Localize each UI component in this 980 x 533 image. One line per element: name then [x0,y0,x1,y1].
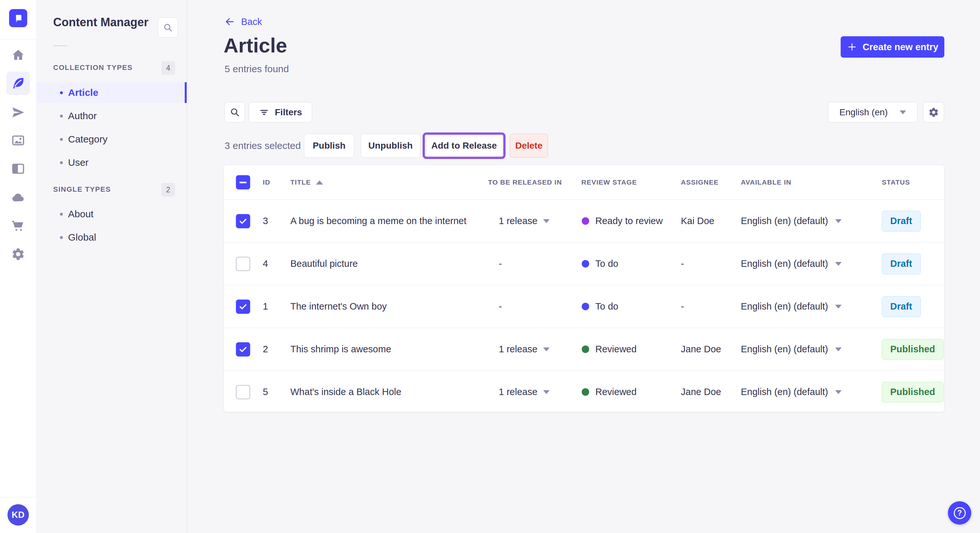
selection-summary: 3 entries selected [224,134,301,158]
stage-dot-icon [582,260,589,268]
rail-item-content-manager[interactable] [6,71,30,95]
filters-button[interactable]: Filters [249,102,312,122]
rail-item-releases[interactable] [6,101,30,124]
checkbox-cell [224,385,259,399]
cell-assignee: Jane Doe [678,344,736,355]
release-value: 1 release [499,216,537,226]
workspace-logo[interactable] [9,9,27,27]
bullet-icon [60,91,63,94]
gear-icon [11,247,25,261]
sidebar-item-global[interactable]: Global [37,227,187,248]
column-header-available: AVAILABLE IN [736,178,875,186]
bullet-icon [60,213,63,216]
row-checkbox[interactable] [236,385,250,399]
cell-title: A bug is becoming a meme on the internet [290,216,488,226]
chevron-down-icon [900,110,906,114]
row-checkbox[interactable] [236,300,250,314]
cell-available-in[interactable]: English (en) (default) [736,387,875,397]
back-link[interactable]: Back [224,16,262,27]
row-checkbox[interactable] [236,257,250,271]
view-settings-button[interactable] [923,102,944,122]
cell-available-in[interactable]: English (en) (default) [736,216,875,226]
chevron-down-icon [543,347,550,351]
rail-item-settings[interactable] [6,243,30,266]
row-checkbox[interactable] [236,342,250,357]
rail-item-marketplace[interactable] [6,214,30,237]
sidebar-item-about[interactable]: About [37,204,187,224]
sidebar-item-article[interactable]: Article [37,82,187,103]
sidebar-item-category[interactable]: Category [37,129,187,150]
search-icon [229,107,240,117]
table-row[interactable]: 2 This shrimp is awesome 1 release Revie… [224,328,944,371]
user-avatar[interactable]: KD [8,504,29,525]
cell-status: Draft [875,254,944,274]
sidebar-item-label: User [68,157,89,168]
cell-release[interactable]: 1 release [488,344,581,355]
locale-select[interactable]: English (en) [828,102,918,122]
back-label: Back [241,16,262,27]
bullet-icon [60,115,63,117]
publish-button[interactable]: Publish [304,134,354,158]
create-new-entry-button[interactable]: Create new entry [841,36,944,58]
sidebar-search-button[interactable] [158,17,178,38]
add-to-release-button[interactable]: Add to Release [426,136,502,156]
cell-release[interactable]: 1 release [488,216,581,226]
checkbox-cell [224,342,259,357]
page-title: Article [224,34,287,57]
gear-icon [928,107,939,118]
filters-label: Filters [275,107,302,117]
stage-label: To do [595,301,618,312]
available-value: English (en) (default) [741,259,828,269]
cell-assignee: - [678,301,736,312]
cloud-icon [11,190,25,205]
cell-available-in[interactable]: English (en) (default) [736,344,875,355]
table-row[interactable]: 3 A bug is becoming a meme on the intern… [224,200,944,243]
plus-icon [847,42,857,52]
stage-dot-icon [582,217,589,225]
chevron-down-icon [835,347,842,351]
rail-item-deploy[interactable] [6,186,30,209]
cell-id: 1 [259,301,290,312]
rail-item-home[interactable] [6,43,30,67]
cell-release: - [488,259,581,269]
check-icon [238,344,248,354]
rail-item-content-type-builder[interactable] [6,157,30,180]
cell-assignee: - [678,259,736,269]
cell-available-in[interactable]: English (en) (default) [736,259,875,269]
strapi-logo-icon [12,12,25,25]
cell-review-stage: Ready to review [581,216,678,226]
table-search-button[interactable] [224,102,245,122]
indeterminate-icon [240,182,247,183]
single-types-count-badge: 2 [161,183,175,197]
table-row[interactable]: 1 The internet's Own boy - To do - Engli… [224,285,944,328]
release-value: 1 release [499,387,537,397]
release-value: - [499,301,502,312]
sort-ascending-icon [316,180,323,185]
search-icon [163,22,173,33]
table-row[interactable]: 4 Beautiful picture - To do - English (e… [224,243,944,285]
cell-id: 5 [259,387,290,397]
status-badge: Published [882,339,944,360]
delete-button[interactable]: Delete [510,134,548,158]
sidebar-item-label: Category [68,134,108,145]
unpublish-button[interactable]: Unpublish [361,134,420,158]
cell-title: This shrimp is awesome [290,344,488,355]
column-header-release: TO BE RELEASED IN [488,178,581,186]
help-button[interactable]: ? [948,501,971,525]
cell-status: Published [875,339,944,360]
status-badge: Draft [882,254,921,274]
row-checkbox[interactable] [236,214,250,228]
cell-assignee: Jane Doe [678,387,736,397]
rail-item-media-library[interactable] [6,129,30,152]
cell-assignee: Kai Doe [678,216,736,226]
chevron-down-icon [835,219,842,223]
sidebar-item-user[interactable]: User [37,152,187,173]
paper-plane-icon [11,105,25,119]
column-header-title[interactable]: TITLE [290,178,488,186]
select-all-checkbox[interactable] [236,175,250,189]
cell-available-in[interactable]: English (en) (default) [736,301,875,312]
stage-label: Reviewed [595,387,636,397]
cell-release[interactable]: 1 release [488,387,581,397]
sidebar-item-author[interactable]: Author [37,106,187,126]
table-row[interactable]: 5 What's inside a Black Hole 1 release R… [224,371,944,413]
